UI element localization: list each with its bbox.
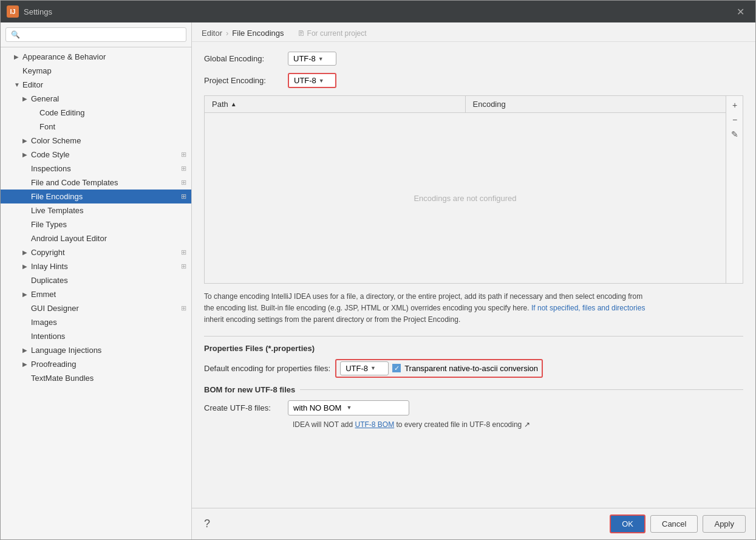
sidebar-item-color-scheme[interactable]: ▶ Color Scheme — [1, 134, 191, 148]
sidebar-item-live-templates[interactable]: Live Templates — [1, 203, 191, 217]
sidebar-item-proofreading[interactable]: ▶ Proofreading — [1, 357, 191, 371]
sidebar-item-label: Live Templates — [31, 206, 186, 215]
chevron-down-icon: ▼ — [319, 78, 324, 84]
sidebar-item-file-types[interactable]: File Types — [1, 217, 191, 231]
sidebar-item-code-editing[interactable]: Code Editing — [1, 106, 191, 120]
arrow-icon: ▶ — [22, 291, 31, 298]
badge-icon: ⊞ — [181, 193, 186, 200]
sidebar-item-inlay-hints[interactable]: ▶ Inlay Hints ⊞ — [1, 259, 191, 273]
help-button[interactable]: ? — [204, 518, 210, 530]
info-text-3: inherit encoding settings from the paren… — [204, 315, 460, 324]
ok-button[interactable]: OK — [610, 514, 645, 533]
sidebar-item-duplicates[interactable]: Duplicates — [1, 273, 191, 287]
title-bar: IJ Settings ✕ — [1, 1, 755, 22]
transparent-checkbox[interactable]: ✓ — [392, 364, 401, 372]
breadcrumb-editor[interactable]: Editor — [202, 29, 222, 38]
sidebar-item-gui-designer[interactable]: GUI Designer ⊞ — [1, 301, 191, 315]
sidebar-item-editor[interactable]: ▼ Editor — [1, 78, 191, 92]
arrow-icon: ▶ — [22, 361, 31, 367]
path-col-label: Path — [212, 100, 228, 109]
badge-icon: ⊞ — [181, 304, 186, 312]
breadcrumb-separator: › — [226, 29, 228, 38]
sidebar-item-label: Duplicates — [31, 276, 186, 285]
sidebar-item-label: Appearance & Behavior — [22, 52, 186, 61]
properties-encoding-group: UTF-8 ▼ ✓ Transparent native-to-ascii co… — [335, 359, 543, 378]
global-encoding-label: Global Encoding: — [204, 54, 283, 63]
arrow-icon: ▶ — [22, 137, 31, 144]
cancel-button[interactable]: Cancel — [650, 515, 698, 533]
sidebar-item-android-layout-editor[interactable]: Android Layout Editor — [1, 231, 191, 245]
search-input[interactable] — [5, 27, 186, 42]
properties-section-title: Properties Files (*.properties) — [204, 344, 743, 353]
sidebar-item-appearance-behavior[interactable]: ▶ Appearance & Behavior — [1, 50, 191, 64]
bom-section-title: BOM for new UTF-8 files — [204, 385, 743, 394]
window-title: Settings — [24, 7, 732, 16]
bom-title-text: BOM for new UTF-8 files — [204, 385, 295, 394]
sidebar-item-label: GUI Designer — [31, 304, 179, 313]
sidebar-item-general[interactable]: ▶ General — [1, 92, 191, 106]
sidebar-item-copyright[interactable]: ▶ Copyright ⊞ — [1, 245, 191, 259]
default-encoding-label: Default encoding for properties files: — [204, 364, 330, 373]
badge-icon: ⊞ — [181, 151, 186, 159]
chevron-down-icon: ▼ — [318, 56, 324, 62]
breadcrumb-current: File Encodings — [232, 29, 284, 38]
bom-row: Create UTF-8 files: with NO BOM ▼ — [204, 400, 743, 415]
sidebar-item-keymap[interactable]: Keymap — [1, 64, 191, 78]
badge-icon: ⊞ — [181, 262, 186, 270]
properties-encoding-dropdown[interactable]: UTF-8 ▼ — [340, 361, 389, 375]
create-utf8-dropdown[interactable]: with NO BOM ▼ — [288, 400, 409, 415]
sidebar-item-language-injections[interactable]: ▶ Language Injections — [1, 343, 191, 357]
info-text-1: To change encoding IntelliJ IDEA uses fo… — [204, 292, 642, 301]
sidebar-item-label: Android Layout Editor — [31, 234, 186, 243]
sidebar-item-label: TextMate Bundles — [31, 374, 186, 383]
sidebar-item-intentions[interactable]: Intentions — [1, 329, 191, 343]
encodings-table: Path ▲ Encoding Encodings are not config… — [205, 96, 726, 283]
encoding-col-label: Encoding — [473, 100, 506, 109]
bom-note: IDEA will NOT add UTF-8 BOM to every cre… — [293, 420, 530, 429]
global-encoding-dropdown[interactable]: UTF-8 ▼ — [288, 52, 336, 66]
global-encoding-row: Global Encoding: UTF-8 ▼ — [204, 52, 743, 66]
project-encoding-value: UTF-8 — [294, 76, 316, 85]
bom-note-text: IDEA will NOT add — [293, 420, 353, 429]
sidebar-item-label: Font — [39, 122, 186, 131]
sidebar-tree: ▶ Appearance & Behavior Keymap ▼ Editor … — [1, 47, 191, 539]
sidebar-item-file-encodings[interactable]: File Encodings ⊞ — [1, 190, 191, 203]
sidebar-item-file-code-templates[interactable]: File and Code Templates ⊞ — [1, 176, 191, 190]
sidebar-item-emmet[interactable]: ▶ Emmet — [1, 287, 191, 301]
sidebar-item-label: File Types — [31, 220, 186, 229]
sidebar-item-images[interactable]: Images — [1, 315, 191, 329]
content-area: ▶ Appearance & Behavior Keymap ▼ Editor … — [1, 22, 755, 539]
properties-encoding-value: UTF-8 — [346, 364, 368, 373]
close-button[interactable]: ✕ — [732, 4, 749, 20]
table-col-path[interactable]: Path ▲ — [205, 96, 466, 112]
add-encoding-button[interactable]: + — [728, 98, 741, 112]
edit-encoding-button[interactable]: ✎ — [728, 128, 741, 141]
sort-arrow-icon: ▲ — [231, 101, 237, 108]
sidebar-item-label: File and Code Templates — [31, 178, 179, 187]
sidebar-item-inspections[interactable]: Inspections ⊞ — [1, 162, 191, 176]
project-encoding-label: Project Encoding: — [204, 76, 283, 85]
table-actions: + − ✎ — [726, 96, 743, 283]
remove-encoding-button[interactable]: − — [728, 113, 741, 126]
table-col-encoding: Encoding — [466, 96, 726, 112]
project-label: For current project — [307, 29, 367, 38]
info-text-highlight: If not specified, files and directories — [531, 304, 645, 312]
settings-body: Global Encoding: UTF-8 ▼ Project Encodin… — [192, 42, 755, 508]
breadcrumb-project[interactable]: 🖹 For current project — [298, 29, 367, 38]
bom-link[interactable]: UTF-8 BOM — [355, 420, 395, 429]
arrow-icon: ▶ — [14, 53, 22, 60]
sidebar-item-label: Intentions — [31, 332, 186, 341]
global-encoding-value: UTF-8 — [293, 54, 316, 63]
bom-note-row: IDEA will NOT add UTF-8 BOM to every cre… — [204, 420, 743, 429]
apply-button[interactable]: Apply — [703, 515, 746, 533]
badge-icon: ⊞ — [181, 179, 186, 186]
arrow-icon: ▼ — [14, 81, 22, 88]
badge-icon: ⊞ — [181, 248, 186, 256]
project-encoding-dropdown[interactable]: UTF-8 ▼ — [288, 73, 336, 88]
properties-encoding-row: Default encoding for properties files: U… — [204, 359, 743, 378]
sidebar-item-label: Editor — [22, 80, 186, 89]
sidebar-item-font[interactable]: Font — [1, 120, 191, 134]
sidebar-item-code-style[interactable]: ▶ Code Style ⊞ — [1, 148, 191, 162]
chevron-down-icon: ▼ — [370, 365, 376, 371]
sidebar-item-textmate-bundles[interactable]: TextMate Bundles — [1, 371, 191, 385]
